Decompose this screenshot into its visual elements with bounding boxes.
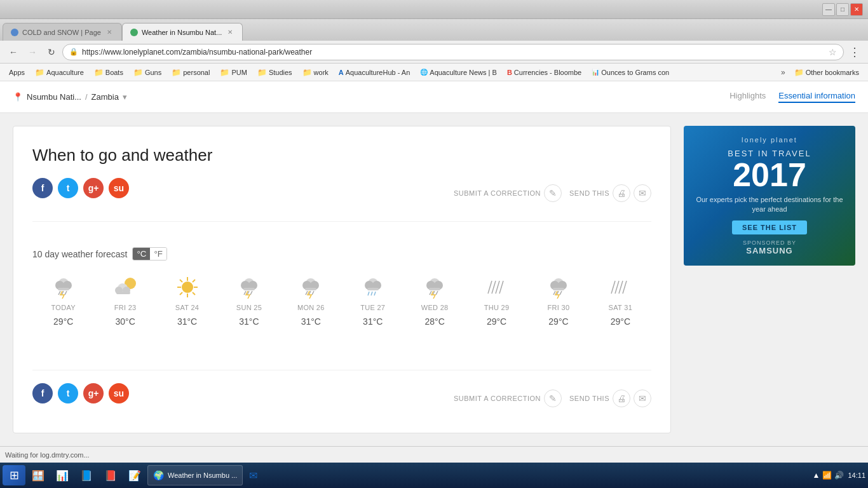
reload-button[interactable]: ↻	[43, 44, 60, 60]
svg-rect-56	[553, 288, 564, 290]
google-button[interactable]: g+	[83, 178, 104, 198]
status-text: Waiting for log.dmtry.com...	[5, 451, 90, 459]
lock-icon: 🔒	[69, 48, 78, 56]
breadcrumb-country[interactable]: Zambia	[92, 92, 119, 102]
weather-day-label-2: SAT 24	[175, 304, 199, 311]
weather-icon-2	[175, 276, 200, 299]
facebook-button-bottom[interactable]: f	[32, 383, 53, 403]
bookmark-apps[interactable]: Apps	[5, 67, 29, 78]
ad-cta-button[interactable]: SEE THE LIST	[732, 220, 807, 234]
breadcrumb-dropdown-icon[interactable]: ▾	[123, 92, 127, 102]
taskbar-clock[interactable]: 14:11	[848, 471, 865, 480]
content-body: When to go and weather f t g+ su SUBMIT …	[0, 113, 868, 446]
taskbar: ⊞ 🪟 📊 📘 📕 📝 🌍 Weather in Nsumbu ... ✉ ▲ …	[0, 463, 868, 488]
folder-icon: 📁	[257, 68, 267, 77]
bookmark-other[interactable]: 📁 Other bookmarks	[790, 67, 863, 78]
weather-grid: TODAY29°C FRI 2330°C SAT 2431°C SU	[32, 271, 651, 332]
breadcrumb-location[interactable]: Nsumbu Nati...	[27, 92, 81, 102]
tab2-favicon	[130, 29, 138, 36]
weather-icon-8	[546, 276, 571, 299]
weather-day-5: TUE 2731°C	[342, 271, 403, 332]
svg-line-46	[430, 291, 431, 295]
google-button-bottom[interactable]: g+	[83, 383, 104, 403]
menu-button[interactable]: ⋮	[846, 44, 863, 60]
bookmark-aquaculture[interactable]: 📁 Aquaculture	[31, 67, 88, 78]
aquaculturehub-label: AquacultureHub - An	[346, 69, 410, 76]
breadcrumb-separator: /	[85, 92, 88, 102]
divider-top	[32, 221, 651, 222]
bookmark-boats[interactable]: 📁 Boats	[90, 67, 127, 78]
maximize-button[interactable]: □	[836, 3, 849, 16]
toolbar: ← → ↻ 🔒 https://www.lonelyplanet.com/zam…	[0, 41, 868, 64]
nav-essential-info[interactable]: Essential information	[778, 91, 855, 103]
back-button[interactable]: ←	[5, 44, 22, 60]
email-icon: ✉	[634, 184, 651, 202]
bookmark-aquaculturehub[interactable]: A AquacultureHub - An	[335, 67, 414, 78]
submit-correction-bottom[interactable]: SUBMIT A CORRECTION ✎	[454, 390, 562, 407]
svg-line-41	[374, 292, 376, 295]
tab2-close[interactable]: ✕	[226, 28, 234, 37]
taskbar-word[interactable]: 📝	[123, 465, 146, 485]
forward-button[interactable]: →	[24, 44, 41, 60]
weather-day-label-6: WED 28	[421, 304, 449, 311]
title-bar: — □ ✕	[0, 0, 868, 19]
taskbar-powerpoint[interactable]: 📕	[99, 465, 122, 485]
address-bar[interactable]: 🔒 https://www.lonelyplanet.com/zambia/ns…	[62, 44, 844, 60]
close-button[interactable]: ✕	[850, 3, 863, 16]
tab-bar: COLD and SNOW | Page ✕ Weather in Nsumbu…	[0, 19, 868, 41]
bookmark-aquaculture-news[interactable]: 🌐 Aquaculture News | B	[416, 67, 501, 78]
stumbleupon-button[interactable]: su	[109, 178, 129, 198]
minimize-button[interactable]: —	[822, 3, 835, 16]
bookmark-studies[interactable]: 📁 Studies	[254, 67, 296, 78]
taskbar-excel[interactable]: 📊	[51, 465, 74, 485]
taskbar-explorer[interactable]: 🪟	[27, 465, 50, 485]
weather-icon-7	[484, 276, 510, 299]
submit-correction-top[interactable]: SUBMIT A CORRECTION ✎	[454, 184, 562, 202]
page-nav-links: Highlights Essential information	[729, 91, 855, 103]
taskbar-outlook[interactable]: ✉	[244, 465, 262, 485]
studies-label: Studies	[269, 69, 292, 76]
pum-label: PUM	[231, 69, 247, 76]
bookmark-currencies[interactable]: B Currencies - Bloombe	[503, 67, 585, 78]
stumbleupon-button-bottom[interactable]: su	[109, 383, 129, 403]
nav-highlights[interactable]: Highlights	[729, 91, 766, 103]
start-button[interactable]: ⊞	[3, 465, 25, 485]
bookmark-pum[interactable]: 📁 PUM	[216, 67, 250, 78]
folder-icon: 📁	[35, 68, 44, 77]
taskbar-onenote[interactable]: 📘	[75, 465, 98, 485]
weather-temp-3: 31°C	[239, 316, 259, 327]
bookmark-ounces[interactable]: 📊 Ounces to Grams con	[588, 67, 673, 78]
weather-icon-9	[607, 276, 633, 299]
currencies-label: Currencies - Bloombe	[514, 69, 581, 76]
aquaculture-news-label: Aquaculture News | B	[430, 69, 497, 76]
social-buttons-top: f t g+ su	[32, 178, 129, 198]
tray-arrow-icon[interactable]: ▲	[813, 471, 820, 480]
forecast-label: 10 day weather forecast	[32, 249, 127, 259]
bookmark-work[interactable]: 📁 work	[299, 67, 332, 78]
bookmark-star-icon[interactable]: ☆	[829, 47, 837, 57]
aquaculture-label: Aquaculture	[46, 69, 84, 76]
more-bookmarks-button[interactable]: »	[778, 67, 788, 78]
tab-cold-snow[interactable]: COLD and SNOW | Page ✕	[3, 23, 122, 41]
send-this-top[interactable]: SEND THIS 🖨 ✉	[569, 184, 651, 202]
bookmark-personal[interactable]: 📁 personal	[168, 67, 214, 78]
volume-icon[interactable]: 🔊	[834, 471, 844, 480]
divider-bottom	[32, 370, 651, 370]
status-bar: Waiting for log.dmtry.com...	[0, 446, 868, 463]
svg-line-59	[560, 291, 562, 295]
chrome-icon: 🌍	[153, 470, 164, 480]
twitter-button[interactable]: t	[58, 178, 78, 198]
weather-temp-7: 29°C	[487, 316, 506, 327]
tab-weather-nsumbu[interactable]: Weather in Nsumbu Nat... ✕	[122, 23, 243, 41]
send-this-bottom[interactable]: SEND THIS 🖨 ✉	[569, 390, 651, 407]
taskbar-chrome-active[interactable]: 🌍 Weather in Nsumbu ...	[147, 465, 243, 485]
fahrenheit-button[interactable]: °F	[150, 248, 166, 260]
ad-box[interactable]: lonely planet BEST IN TRAVEL 2017 Our ex…	[684, 126, 855, 266]
facebook-button[interactable]: f	[32, 178, 53, 198]
celsius-button[interactable]: °C	[133, 248, 150, 260]
tab1-close[interactable]: ✕	[105, 28, 114, 37]
bookmark-guns[interactable]: 📁 Guns	[130, 67, 165, 78]
taskbar-right: ▲ 📶 🔊 14:11	[813, 471, 865, 480]
twitter-button-bottom[interactable]: t	[58, 383, 78, 403]
weather-icon-1	[112, 276, 138, 299]
